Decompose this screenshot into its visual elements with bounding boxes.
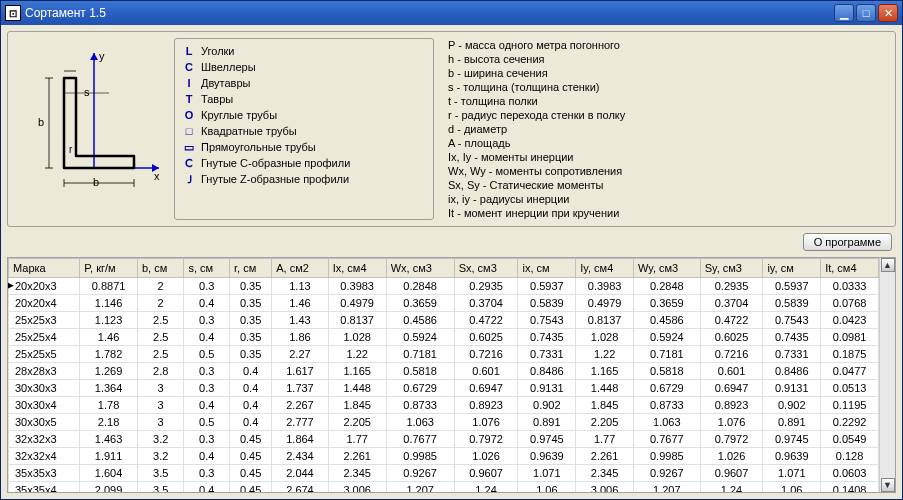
legend-item: b - ширина сечения [448, 66, 885, 80]
table-cell: 0.8733 [633, 397, 700, 414]
table-cell: 1.845 [328, 397, 386, 414]
type-ibeams[interactable]: I Двутавры [183, 75, 425, 91]
scroll-down-arrow[interactable]: ▼ [881, 478, 895, 492]
table-cell: 0.0513 [821, 380, 879, 397]
table-cell: 2.434 [272, 448, 328, 465]
table-cell: 0.0477 [821, 363, 879, 380]
table-cell: 0.45 [230, 465, 272, 482]
type-round-tubes[interactable]: O Круглые трубы [183, 107, 425, 123]
table-cell: 1.207 [386, 482, 454, 493]
table-cell: 0.4 [184, 397, 230, 414]
type-label: Двутавры [201, 77, 250, 89]
legend-item: It - момент инерции при кручении [448, 206, 885, 220]
table-cell: 0.5937 [763, 278, 821, 295]
type-label: Гнутые C-образные профили [201, 157, 350, 169]
table-cell: 3.2 [137, 431, 183, 448]
scroll-up-arrow[interactable]: ▲ [881, 258, 895, 272]
axis-y-label: y [99, 50, 105, 62]
table-cell: 0.8871 [80, 278, 138, 295]
table-cell: 0.0549 [821, 431, 879, 448]
table-cell: 0.0768 [821, 295, 879, 312]
column-header[interactable]: b, см [137, 259, 183, 278]
c-bent-icon: Ⅽ [183, 157, 195, 169]
type-square-tubes[interactable]: □ Квадратные трубы [183, 123, 425, 139]
table-cell: 1.463 [80, 431, 138, 448]
table-cell: 0.8137 [328, 312, 386, 329]
close-button[interactable]: ✕ [878, 4, 898, 22]
column-header[interactable]: ix, см [518, 259, 576, 278]
table-cell: 25x25x5 [9, 346, 80, 363]
table-row[interactable]: 30x30x52.1830.50.42.7772.2051.0631.0760.… [9, 414, 879, 431]
table-row[interactable]: 25x25x51.7822.50.50.352.271.220.71810.72… [9, 346, 879, 363]
table-cell: 0.3659 [633, 295, 700, 312]
type-c-bent[interactable]: Ⅽ Гнутые C-образные профили [183, 155, 425, 171]
minimize-button[interactable]: ▁ [834, 4, 854, 22]
column-header[interactable]: s, см [184, 259, 230, 278]
column-header[interactable]: Wy, см3 [633, 259, 700, 278]
table-row[interactable]: 35x35x42.0993.50.40.452.6743.0061.2071.2… [9, 482, 879, 493]
table-row[interactable]: 25x25x41.462.50.40.351.861.0280.59240.60… [9, 329, 879, 346]
type-angles[interactable]: L Уголки [183, 43, 425, 59]
column-header[interactable]: iy, см [763, 259, 821, 278]
type-tees[interactable]: T Тавры [183, 91, 425, 107]
table-row[interactable]: 32x32x41.9113.20.40.452.4342.2610.99851.… [9, 448, 879, 465]
table-row[interactable]: 32x32x31.4633.20.30.451.8641.770.76770.7… [9, 431, 879, 448]
column-header[interactable]: P, кг/м [80, 259, 138, 278]
column-header[interactable]: Sx, см3 [454, 259, 518, 278]
type-z-bent[interactable]: Ｊ Гнутые Z-образные профили [183, 171, 425, 187]
table-row[interactable]: 28x28x31.2692.80.30.41.6171.1650.58180.6… [9, 363, 879, 380]
svg-text:s: s [84, 86, 90, 98]
table-cell: 0.3 [184, 312, 230, 329]
table-cell: 0.5839 [763, 295, 821, 312]
table-cell: 0.35 [230, 295, 272, 312]
column-header[interactable]: A, см2 [272, 259, 328, 278]
table-cell: 3.5 [137, 465, 183, 482]
table-cell: 0.6947 [454, 380, 518, 397]
column-header[interactable]: Wx, см3 [386, 259, 454, 278]
table-cell: 0.4 [230, 380, 272, 397]
type-label: Тавры [201, 93, 233, 105]
table-cell: 0.4586 [633, 312, 700, 329]
legend-item: d - диаметр [448, 122, 885, 136]
column-header[interactable]: Ix, см4 [328, 259, 386, 278]
table-cell: 0.9985 [386, 448, 454, 465]
table-row[interactable]: 20x20x41.14620.40.351.460.49790.36590.37… [9, 295, 879, 312]
table-row[interactable]: 25x25x31.1232.50.30.351.430.81370.45860.… [9, 312, 879, 329]
table-cell: 1.028 [576, 329, 634, 346]
column-header[interactable]: It, см4 [821, 259, 879, 278]
table-row[interactable]: 30x30x31.36430.30.41.7371.4480.67290.694… [9, 380, 879, 397]
table-cell: 0.891 [518, 414, 576, 431]
table-cell: 0.6025 [700, 329, 763, 346]
legend-item: ix, iy - радиусы инерции [448, 192, 885, 206]
table-cell: 1.269 [80, 363, 138, 380]
svg-text:b: b [93, 176, 99, 188]
table-cell: 0.7543 [763, 312, 821, 329]
column-header[interactable]: Марка [9, 259, 80, 278]
table-cell: 0.9985 [633, 448, 700, 465]
column-header[interactable]: r, см [230, 259, 272, 278]
table-cell: 2 [137, 278, 183, 295]
table-cell: 1.13 [272, 278, 328, 295]
table-cell: 0.2848 [386, 278, 454, 295]
type-rect-tubes[interactable]: ▭ Прямоугольные трубы [183, 139, 425, 155]
about-button[interactable]: О программе [803, 233, 892, 251]
type-channels[interactable]: C Швеллеры [183, 59, 425, 75]
channel-icon: C [183, 61, 195, 73]
maximize-button[interactable]: □ [856, 4, 876, 22]
window-title: Сортамент 1.5 [25, 6, 834, 20]
square-icon: □ [183, 125, 195, 137]
table-cell: 20x20x3 [9, 278, 80, 295]
legend-item: A - площадь [448, 136, 885, 150]
table-cell: 0.7677 [386, 431, 454, 448]
top-panel: y x b s b [7, 31, 896, 227]
type-label: Квадратные трубы [201, 125, 297, 137]
vertical-scrollbar[interactable]: ▲ ▼ [879, 258, 895, 492]
table-row[interactable]: 20x20x30.887120.30.351.130.39830.28480.2… [9, 278, 879, 295]
type-label: Уголки [201, 45, 235, 57]
table-row[interactable]: 30x30x41.7830.40.42.2671.8450.87330.8923… [9, 397, 879, 414]
table-row[interactable]: 35x35x31.6043.50.30.452.0442.3450.92670.… [9, 465, 879, 482]
table-cell: 0.9745 [763, 431, 821, 448]
table-cell: 0.601 [454, 363, 518, 380]
column-header[interactable]: Iy, см4 [576, 259, 634, 278]
column-header[interactable]: Sy, см3 [700, 259, 763, 278]
